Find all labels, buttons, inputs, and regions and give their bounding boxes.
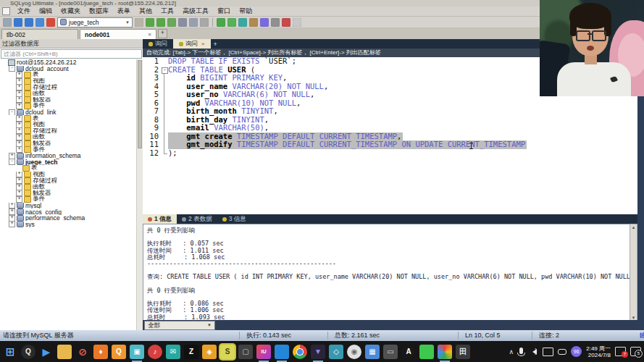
purple-app[interactable]: ▼ [311,345,325,359]
table-view-icon[interactable] [189,18,198,27]
expand-toggle-icon[interactable]: - [9,109,15,116]
expand-toggle-icon[interactable]: + [16,177,22,184]
tree-item-nacos_config[interactable]: +nacos_config [1,209,136,215]
expand-toggle-icon[interactable]: + [16,78,22,85]
expand-toggle-icon[interactable]: + [16,146,22,153]
media-player-app[interactable]: ▶ [39,345,54,359]
tree-item-表[interactable]: 表 [1,165,136,172]
tree-item-存储过程[interactable]: +存储过程 [1,177,136,184]
expand-toggle-icon[interactable]: + [16,72,22,78]
chevron-up-icon[interactable]: ∧ [509,348,514,355]
refresh-green-icon[interactable] [146,18,154,27]
expand-toggle-icon[interactable]: + [16,90,22,97]
music-app[interactable]: ♪ [148,345,162,359]
intellij-idea-app[interactable]: IU [256,345,271,359]
expand-toggle-icon[interactable]: + [16,122,22,128]
new-connection-icon[interactable] [3,18,12,27]
expand-toggle-icon[interactable]: + [16,140,22,147]
expand-toggle-icon[interactable]: + [16,128,22,135]
photo-app[interactable]: ▣ [130,345,144,359]
db-copy-icon[interactable] [227,18,236,27]
taskbar-clock[interactable]: 2:49 周一 2024/7/8 [586,345,611,358]
filter-input[interactable]: 过滤器 (Ctrl+Shift+B) [1,49,142,59]
tree-item-事件[interactable]: +事件 [1,196,136,203]
menu-item-数据库[interactable]: 数据库 [85,7,113,16]
menu-item-高级工具[interactable]: 高级工具 [178,7,213,16]
sidebar-scrollbar[interactable] [136,59,143,330]
cube-app[interactable]: ◇ [329,345,343,359]
tree-item-函数[interactable]: +函数 [1,184,136,190]
tree-item-触发器[interactable]: +触发器 [1,97,136,104]
tree-item-root@155.224.26.212[interactable]: root@155.224.26.212 [1,59,136,66]
tree-item-事件[interactable]: +事件 [1,103,136,109]
blue-square-app[interactable]: ▦ [365,345,380,359]
connection-tab-tlb-002[interactable]: tlb-002 [1,29,78,39]
tree-item-表[interactable]: +表 [1,115,136,122]
expand-toggle-icon[interactable]: + [16,190,22,196]
search-tool-app[interactable]: Q [112,345,126,359]
chrome-app[interactable] [293,345,307,359]
display-icon[interactable] [543,348,553,356]
tree-item-存储过程[interactable]: +存储过程 [1,128,136,135]
pinwheel-app[interactable] [438,345,452,359]
messages-scrollbar[interactable]: ▲▼ [630,224,637,321]
expand-toggle-icon[interactable]: + [16,172,22,178]
menu-item-工具[interactable]: 工具 [156,7,178,16]
results-filter-dropdown[interactable]: 全部 ▼ [144,321,215,330]
tree-item-事件[interactable]: +事件 [1,146,136,153]
expand-toggle-icon[interactable]: + [9,153,15,159]
ball-app[interactable]: ◉ [347,345,361,359]
expand-toggle-icon[interactable]: - [9,159,15,166]
database-selector[interactable]: juege_tech ▼ [57,17,133,28]
fold-margin[interactable]: - [161,66,168,75]
menu-item-其他[interactable]: 其他 [135,7,156,16]
tree-item-存储过程[interactable]: +存储过程 [1,84,136,90]
designer-icon[interactable] [293,18,301,27]
search-button[interactable]: Q [21,345,35,359]
menu-item-帮助[interactable]: 帮助 [235,7,256,16]
monitor-app[interactable]: ▭ [383,345,398,359]
red-circle-app[interactable]: ⊘ [75,345,90,359]
sidebar-scrollbar-thumb[interactable] [138,60,142,148]
windows-colors-icon[interactable] [46,18,55,27]
volume-icon[interactable] [530,349,537,355]
tray-badge[interactable]: 96 [571,346,582,357]
globe-refresh-icon[interactable] [35,18,44,27]
expand-toggle-icon[interactable]: + [16,103,22,109]
menu-item-文件[interactable]: 文件 [13,7,35,16]
expand-toggle-icon[interactable]: + [9,209,15,215]
tree-item-information_schema[interactable]: +information_schema [1,153,136,159]
menu-item-编辑[interactable]: 编辑 [35,7,57,16]
expand-toggle-icon[interactable]: + [16,97,22,104]
tree-item-视图[interactable]: +视图 [1,172,136,178]
user-add-icon[interactable] [135,18,143,27]
new-connection-tab-button[interactable]: + [158,29,167,38]
editor-line-11[interactable]: 11 gmt_modify TIMESTAMP DEFAULT CURRENT_… [143,140,637,149]
window-split-icon[interactable] [200,18,209,27]
security-safe-app[interactable]: ◈ [202,345,217,359]
tree-item-函数[interactable]: +函数 [1,134,136,140]
diagram-app[interactable]: ♦ [93,345,108,359]
editor-line-12[interactable]: 12); [143,149,637,158]
expand-toggle-icon[interactable]: + [9,203,15,209]
tree-item-视图[interactable]: +视图 [1,78,136,85]
tree-item-mysql[interactable]: +mysql [1,203,136,209]
grid-app[interactable]: 田 [456,345,470,359]
menu-item-表单[interactable]: 表单 [113,7,135,16]
tree-item-视图[interactable]: +视图 [1,122,136,128]
a-circle-app[interactable]: A [401,345,416,359]
scroll-up-icon[interactable]: ▲ [632,225,636,230]
vscode-app[interactable] [275,345,289,359]
results-tab-3[interactable]: 3 信息 [217,214,251,224]
window-app[interactable]: ▢ [238,345,253,359]
fold-collapse-icon[interactable]: - [162,67,168,74]
tree-item-juege_tech[interactable]: -juege_tech [1,159,136,166]
connection-tab-node001[interactable]: node001× [80,29,156,39]
backup-icon[interactable] [249,18,258,27]
menu-item-窗口[interactable]: 窗口 [213,7,235,16]
expand-toggle-icon[interactable]: + [16,184,22,190]
expand-toggle-icon[interactable]: + [16,134,22,140]
tree-item-performance_schema[interactable]: +performance_schema [1,215,136,222]
globe-blue2-icon[interactable] [25,18,33,27]
tree-item-sys[interactable]: +sys [1,221,136,227]
